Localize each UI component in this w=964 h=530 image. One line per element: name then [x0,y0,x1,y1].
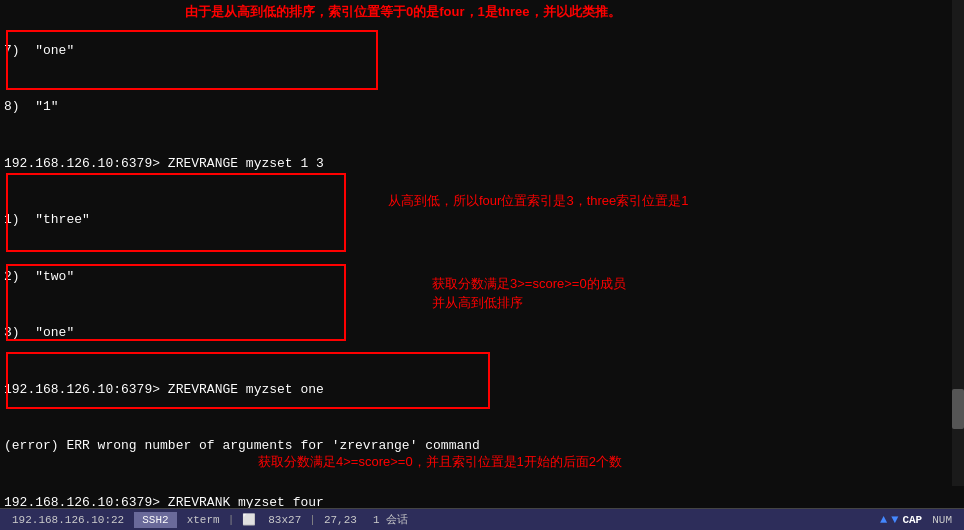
terminal-line: 3) "one" [4,324,950,343]
status-arrows: ▲ ▼ [880,513,898,527]
terminal-content: 7) "one" 8) "1" 192.168.126.10:6379> ZRE… [4,4,950,508]
scrollbar[interactable] [952,0,964,486]
terminal-line: 1) "three" [4,211,950,230]
annotation-text-3: 获取分数满足3>=score>=0的成员 [432,275,626,293]
terminal-line: 192.168.126.10:6379> ZREVRANGE myzset 1 … [4,155,950,174]
main-area: 7) "one" 8) "1" 192.168.126.10:6379> ZRE… [0,0,964,508]
terminal-line: 192.168.126.10:6379> ZREVRANK myzset fou… [4,494,950,508]
scrollbar-thumb[interactable] [952,389,964,429]
status-size: 83x27 [262,514,307,526]
status-protocol: SSH2 [134,512,176,528]
annotation-text-5: 获取分数满足4>=score>=0，并且索引位置是1开始的后面2个数 [258,453,622,471]
status-sep4: | [307,514,318,526]
arrow-down-icon: ▼ [891,513,898,527]
terminal-display[interactable]: 7) "one" 8) "1" 192.168.126.10:6379> ZRE… [0,0,964,508]
annotation-text-2: 从高到低，所以four位置索引是3，three索引位置是1 [388,192,689,210]
status-sep3: | [226,514,237,526]
status-ip: 192.168.126.10:22 [6,514,130,526]
status-num: NUM [926,514,958,526]
status-bar: 192.168.126.10:22 SSH2 xterm | ⬜ 83x27 |… [0,508,964,530]
terminal-line: 192.168.126.10:6379> ZREVRANGE myzset on… [4,381,950,400]
terminal-line: 7) "one" [4,42,950,61]
arrow-up-icon: ▲ [880,513,887,527]
terminal-window: 7) "one" 8) "1" 192.168.126.10:6379> ZRE… [0,0,964,508]
annotation-text-4: 并从高到低排序 [432,294,523,312]
terminal-line: 8) "1" [4,98,950,117]
status-cap: CAP [902,514,922,526]
status-checkbox1: ⬜ [236,513,262,526]
status-terminal: xterm [181,514,226,526]
status-position: 27,23 [318,514,363,526]
annotation-text-1: 由于是从高到低的排序，索引位置等于0的是four，1是three，并以此类推。 [185,3,621,21]
status-sessions: 1 会话 [367,512,414,527]
